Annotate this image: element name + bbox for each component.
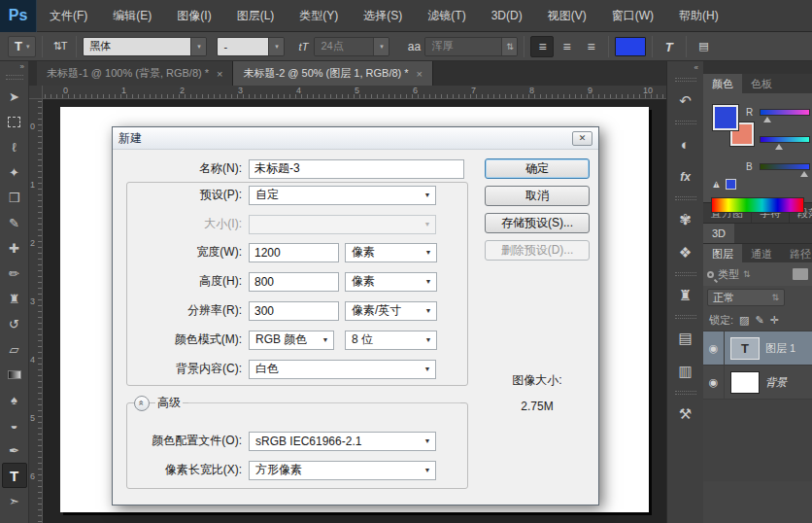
gripper[interactable] — [675, 196, 696, 200]
anti-alias-select[interactable]: 浑厚 ⇅ — [424, 37, 518, 56]
advanced-header[interactable]: » 高级 — [134, 395, 460, 411]
warp-text-icon[interactable]: T — [657, 36, 683, 57]
color-spectrum-ramp[interactable] — [711, 197, 804, 213]
resolution-unit-select[interactable]: 像素/英寸 ▼ — [345, 301, 437, 321]
clone-source-panel-icon[interactable]: ♜ — [671, 281, 700, 310]
toggle-panels-icon[interactable]: ▤ — [693, 36, 714, 57]
gripper[interactable] — [675, 391, 696, 395]
color-mode-select[interactable]: RGB 颜色 ▼ — [249, 331, 334, 350]
styles-panel-icon[interactable]: fx — [671, 162, 700, 192]
dialog-titlebar[interactable]: 新建 ✕ — [113, 127, 598, 150]
gamut-warning-icon[interactable] — [711, 179, 722, 190]
menu-select[interactable]: 选择(S) — [351, 0, 415, 32]
menu-layer[interactable]: 图层(L) — [224, 0, 288, 32]
background-contents-select[interactable]: 白色 ▼ — [249, 360, 436, 379]
text-orientation-toggle-icon[interactable]: ⇅T — [49, 36, 70, 57]
lock-position-icon[interactable]: ✛ — [770, 314, 779, 327]
layer-row-1[interactable]: ◉ T 图层 1 — [703, 331, 812, 365]
type-tool[interactable]: T — [2, 463, 27, 488]
path-selection-tool[interactable]: ➣ — [2, 488, 27, 513]
width-unit-select[interactable]: 像素 ▼ — [345, 243, 437, 262]
pen-tool[interactable]: ✒ — [2, 437, 27, 463]
align-center-icon[interactable]: ≡ — [555, 36, 578, 57]
blue-slider[interactable] — [760, 163, 810, 170]
green-slider[interactable] — [760, 136, 810, 143]
spot-healing-brush-tool[interactable]: ✚ — [2, 235, 27, 261]
gripper[interactable] — [675, 121, 696, 124]
gripper[interactable] — [675, 315, 696, 319]
lock-transparency-icon[interactable]: ▨ — [739, 314, 749, 327]
close-icon[interactable]: × — [217, 68, 222, 80]
clone-stamp-tool[interactable]: ♜ — [2, 286, 27, 311]
tab-paths[interactable]: 路径 — [781, 244, 812, 262]
menu-filter[interactable]: 滤镜(T) — [415, 0, 478, 32]
tab-swatches[interactable]: 色板 — [742, 74, 781, 93]
pixel-aspect-ratio-select[interactable]: 方形像素 ▼ — [249, 461, 436, 480]
name-input[interactable] — [249, 159, 464, 179]
collapse-advanced-icon[interactable]: » — [134, 396, 150, 411]
vertical-ruler[interactable]: 0 1 2 3 4 5 6 — [29, 99, 43, 523]
close-icon[interactable]: × — [417, 68, 423, 80]
red-slider[interactable] — [760, 109, 810, 116]
layer-name[interactable]: 图层 1 — [765, 341, 795, 356]
font-size-select[interactable]: 24点 ▾ — [314, 37, 389, 56]
adjustments-panel-icon[interactable]: ◐ — [671, 129, 700, 158]
close-icon[interactable]: ✕ — [572, 131, 592, 146]
history-panel-icon[interactable]: ↶ — [671, 87, 700, 116]
dodge-tool[interactable]: ◒ — [2, 412, 27, 437]
tab-channels[interactable]: 通道 — [742, 244, 781, 262]
brush-presets-panel-icon[interactable]: ❖ — [671, 238, 700, 267]
tab-color[interactable]: 颜色 — [703, 74, 742, 93]
cancel-button[interactable]: 取消 — [485, 186, 590, 206]
rectangular-marquee-tool[interactable] — [2, 109, 27, 134]
magic-wand-tool[interactable]: ✦ — [2, 159, 27, 185]
save-preset-button[interactable]: 存储预设(S)... — [485, 213, 590, 233]
menu-view[interactable]: 视图(V) — [535, 0, 599, 32]
blend-mode-select[interactable]: 正常 ⇅ — [707, 289, 785, 306]
align-right-icon[interactable]: ≡ — [579, 36, 602, 57]
tab-3d[interactable]: 3D — [703, 224, 734, 243]
menu-file[interactable]: 文件(F) — [37, 0, 100, 32]
resolution-input[interactable] — [249, 301, 339, 321]
width-input[interactable] — [249, 243, 339, 262]
ok-button[interactable]: 确定 — [485, 158, 590, 179]
tool-presets-panel-icon[interactable]: ⚒ — [671, 400, 700, 429]
text-layer-thumbnail[interactable]: T — [730, 337, 760, 360]
eyedropper-tool[interactable]: ✎ — [2, 210, 27, 235]
notes-panel-icon[interactable]: ▥ — [671, 357, 700, 386]
layer-name[interactable]: 背景 — [765, 375, 787, 390]
tab-untitled-1[interactable]: 未标题-1 @ 100% (背景, RGB/8) * × — [37, 61, 233, 86]
red-slider-thumb[interactable] — [763, 117, 771, 122]
gripper[interactable] — [675, 78, 696, 82]
green-slider-thumb[interactable] — [775, 144, 783, 150]
text-color-swatch[interactable] — [615, 37, 646, 56]
tab-layers[interactable]: 图层 — [703, 244, 742, 262]
menu-3d[interactable]: 3D(D) — [479, 0, 535, 32]
lasso-tool[interactable]: ℓ — [2, 134, 27, 159]
background-layer-thumbnail[interactable] — [730, 371, 760, 394]
move-tool[interactable]: ➤ — [2, 84, 27, 109]
preset-select[interactable]: 自定 ▼ — [249, 186, 436, 205]
visibility-eye-icon[interactable]: ◉ — [703, 366, 725, 399]
menu-help[interactable]: 帮助(H) — [666, 0, 731, 32]
menu-edit[interactable]: 编辑(E) — [100, 0, 164, 32]
brush-panel-icon[interactable]: ✾ — [671, 205, 700, 234]
expand-panels-icon[interactable]: « — [667, 61, 703, 75]
gripper[interactable] — [6, 75, 23, 80]
lock-pixels-icon[interactable]: ✎ — [755, 314, 763, 327]
history-brush-tool[interactable]: ↺ — [2, 311, 27, 336]
bit-depth-select[interactable]: 8 位 ▼ — [345, 331, 437, 350]
gamut-color-swatch[interactable] — [726, 179, 736, 190]
gripper[interactable] — [675, 272, 696, 276]
color-profile-select[interactable]: sRGB IEC61966-2.1 ▼ — [249, 432, 436, 451]
horizontal-ruler[interactable]: 0 1 2 3 4 5 6 7 8 9 10 — [43, 86, 666, 99]
menu-window[interactable]: 窗口(W) — [599, 0, 666, 32]
font-family-select[interactable]: 黑体 ▾ — [83, 37, 207, 56]
menu-image[interactable]: 图像(I) — [164, 0, 223, 32]
blue-slider-thumb[interactable] — [800, 171, 808, 177]
info-panel-icon[interactable]: ▤ — [671, 324, 700, 353]
brush-tool[interactable]: ✏ — [2, 261, 27, 286]
height-input[interactable] — [249, 272, 339, 292]
collapse-toolbar-icon[interactable]: » — [0, 61, 28, 73]
blur-tool[interactable]: ♠ — [2, 387, 27, 412]
